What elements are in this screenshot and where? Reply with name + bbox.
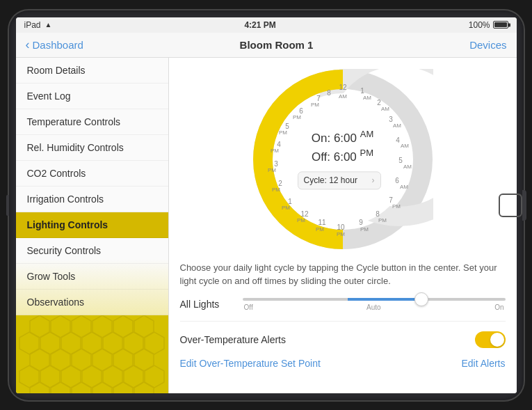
status-left: iPad ▲ (24, 20, 52, 30)
svg-text:PM: PM (378, 217, 387, 223)
description-text: Choose your daily light cycle by tapping… (180, 261, 506, 288)
sidebar-item-temperature-controls[interactable]: Temperature Controls (16, 109, 168, 135)
svg-text:PM: PM (293, 114, 301, 120)
status-right: 100% (469, 20, 508, 30)
svg-text:AM: AM (339, 93, 347, 100)
svg-text:AM: AM (381, 106, 389, 112)
svg-text:PM: PM (297, 217, 305, 223)
sidebar-item-grow-tools[interactable]: Grow Tools (16, 264, 168, 290)
lights-slider-thumb[interactable] (414, 292, 428, 306)
cycle-button[interactable]: Cycle: 12 hour › (298, 171, 381, 189)
sidebar-item-rel-humidity-controls[interactable]: Rel. Humidity Controls (16, 135, 168, 161)
edit-setpoint-link[interactable]: Edit Over-Temperature Set Point (180, 358, 321, 369)
sidebar-item-observations[interactable]: Observations (16, 290, 168, 315)
svg-text:AM: AM (401, 143, 409, 149)
lights-slider-container[interactable]: Off Auto On (243, 298, 506, 311)
wifi-icon: ▲ (45, 21, 52, 29)
lights-slider-row: All Lights Off Auto On (180, 298, 506, 322)
sidebar-item-co2-controls[interactable]: CO2 Controls (16, 161, 168, 187)
svg-text:12: 12 (339, 84, 347, 91)
toggle-knob (490, 333, 504, 347)
status-time: 4:21 PM (244, 20, 275, 30)
sidebar-item-lighting-controls[interactable]: Lighting Controls (16, 212, 168, 238)
svg-text:PM: PM (271, 148, 279, 154)
clock-container: 12 AM 1 AM 2 AM 3 AM 4 (180, 69, 506, 250)
slider-label-off: Off (244, 303, 253, 311)
svg-text:AM: AM (400, 184, 408, 190)
sidebar-item-security-controls[interactable]: Security Controls (16, 238, 168, 264)
svg-text:AM: AM (403, 164, 412, 170)
svg-text:10: 10 (337, 223, 345, 231)
cycle-chevron-icon: › (372, 175, 375, 185)
sidebar: Room Details Event Log Temperature Contr… (16, 58, 169, 393)
svg-text:5: 5 (398, 157, 403, 164)
svg-text:PM: PM (337, 231, 345, 237)
page-title: Bloom Room 1 (240, 39, 314, 51)
main-content: Room Details Event Log Temperature Contr… (16, 58, 517, 393)
svg-text:9: 9 (359, 219, 363, 226)
svg-text:PM: PM (272, 187, 280, 193)
carrier-label: iPad (24, 20, 41, 30)
slider-label-on: On (494, 303, 503, 311)
sidebar-item-room-details[interactable]: Room Details (16, 58, 168, 84)
clock-off-time: Off: 6:00 PM (298, 148, 388, 165)
sidebar-item-irrigation-controls[interactable]: Irrigation Controls (16, 187, 168, 212)
over-temp-toggle-row: Over-Temperature Alerts (180, 331, 506, 348)
status-bar: iPad ▲ 4:21 PM 100% (16, 17, 517, 33)
svg-text:AM: AM (363, 95, 371, 101)
slider-labels: Off Auto On (243, 303, 506, 311)
svg-text:PM: PM (392, 203, 401, 210)
sidebar-item-event-log[interactable]: Event Log (16, 84, 168, 109)
svg-text:PM: PM (279, 129, 287, 136)
battery-label: 100% (469, 20, 490, 30)
svg-text:PM: PM (311, 102, 319, 108)
svg-text:11: 11 (318, 219, 326, 226)
svg-text:6: 6 (395, 177, 399, 184)
over-temp-label: Over-Temperature Alerts (180, 334, 475, 345)
nav-bar: ‹ Dashboard Bloom Room 1 Devices (16, 33, 517, 58)
over-temp-toggle[interactable] (475, 331, 506, 348)
content-area: 12 AM 1 AM 2 AM 3 AM 4 (169, 58, 517, 393)
svg-text:PM: PM (360, 226, 369, 232)
svg-text:1: 1 (360, 87, 364, 95)
lights-slider-track (243, 298, 506, 301)
home-button[interactable] (522, 190, 526, 221)
clock-center: On: 6:00 AM Off: 6:00 PM Cycle: 12 hour … (298, 129, 388, 189)
cycle-label: Cycle: 12 hour (304, 175, 357, 185)
svg-text:4: 4 (396, 136, 400, 144)
svg-text:AM: AM (393, 123, 401, 129)
back-label: Dashboard (33, 39, 83, 51)
back-chevron-icon: ‹ (26, 38, 30, 51)
ipad-frame: iPad ▲ 4:21 PM 100% ‹ Dashboard Bloom Ro… (9, 10, 524, 400)
devices-button[interactable]: Devices (469, 39, 506, 51)
honeycomb-decoration (16, 315, 168, 393)
links-row: Edit Over-Temperature Set Point Edit Ale… (180, 358, 506, 369)
back-button[interactable]: ‹ Dashboard (26, 38, 83, 51)
svg-text:8: 8 (327, 89, 331, 97)
svg-text:PM: PM (282, 205, 290, 211)
clock-ring: 12 AM 1 AM 2 AM 3 AM 4 (252, 69, 433, 250)
screen: iPad ▲ 4:21 PM 100% ‹ Dashboard Bloom Ro… (16, 17, 517, 393)
edit-alerts-link[interactable]: Edit Alerts (461, 358, 505, 369)
volume-button[interactable] (6, 195, 9, 216)
svg-text:PM: PM (316, 226, 324, 232)
clock-on-time: On: 6:00 AM (298, 129, 388, 145)
svg-text:PM: PM (268, 167, 276, 173)
battery-icon (493, 21, 508, 29)
slider-label-auto: Auto (366, 303, 381, 311)
lights-slider-label: All Lights (180, 299, 236, 310)
